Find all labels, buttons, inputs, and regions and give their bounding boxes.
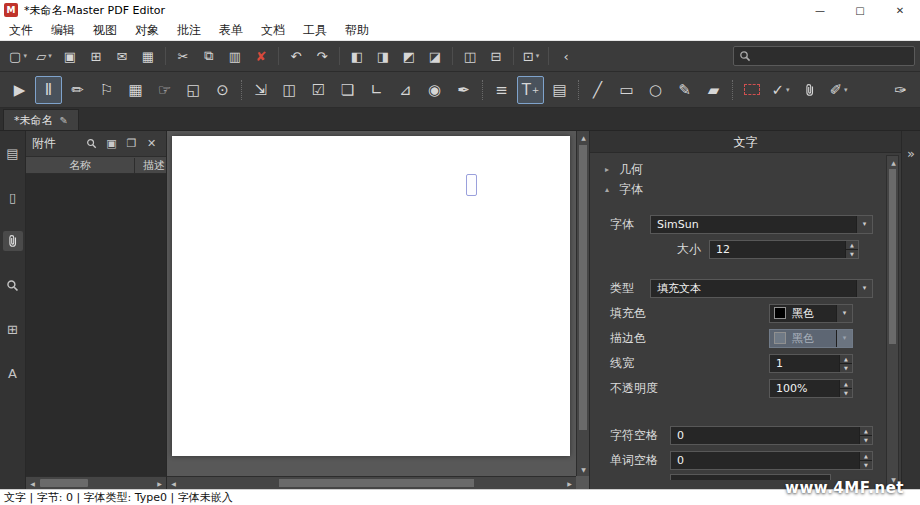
pages-panel-button[interactable]: ▤ — [3, 143, 23, 163]
opacity-spinner[interactable]: 100% ▲▼ — [769, 379, 853, 398]
canvas-horizontal-scrollbar[interactable]: ◀ ▶ — [167, 476, 576, 489]
scroll-down-icon[interactable]: ▼ — [577, 463, 589, 476]
scroll-up-icon[interactable]: ▲ — [887, 156, 900, 169]
save-all-button[interactable]: ⊞ — [84, 44, 108, 68]
menu-file[interactable]: 文件 — [0, 20, 42, 41]
spin-down-icon[interactable]: ▼ — [860, 436, 872, 444]
scroll-right-icon[interactable]: ▶ — [153, 477, 166, 490]
close-button[interactable]: ✕ — [880, 0, 920, 20]
section-geometry[interactable]: ▸ 几何 — [602, 159, 873, 179]
attachments-list[interactable] — [26, 174, 166, 476]
menu-view[interactable]: 视图 — [84, 20, 126, 41]
spin-down-icon[interactable]: ▼ — [860, 461, 872, 469]
select-tool-button[interactable]: ▶ — [6, 76, 33, 104]
menu-document[interactable]: 文档 — [252, 20, 294, 41]
fill-color-select[interactable]: 黑色 ▾ — [769, 304, 853, 323]
scroll-right-icon[interactable]: ▶ — [563, 477, 576, 490]
align-bottom-button[interactable]: ◪ — [423, 44, 447, 68]
spin-up-icon[interactable]: ▲ — [840, 380, 852, 389]
eraser-tool-button[interactable]: ▰ — [700, 76, 727, 104]
distribute-horizontal-button[interactable]: ◫ — [458, 44, 482, 68]
word-spacing-spinner[interactable]: 0 ▲▼ — [670, 451, 873, 470]
snapshot-tool-button[interactable]: ⊙ — [209, 76, 236, 104]
scrollbar-thumb[interactable] — [889, 169, 896, 344]
select-area-tool-button[interactable]: ⚐ — [93, 76, 120, 104]
panel-collapse-button[interactable]: » — [902, 143, 920, 163]
menu-forms[interactable]: 表单 — [210, 20, 252, 41]
open-file-button[interactable]: ▱▾ — [32, 44, 56, 68]
add-image-tool-button[interactable]: ▤ — [546, 76, 573, 104]
edit-forms-tool-button[interactable]: ▦ — [122, 76, 149, 104]
document-canvas[interactable]: ▲ ▼ ◀ ▶ — [167, 131, 589, 489]
layers-panel-button[interactable]: ⊞ — [3, 319, 23, 339]
brush-tool-button[interactable]: ✑ — [887, 76, 914, 104]
document-tab[interactable]: *未命名 ✎ — [3, 109, 79, 130]
measure-tool-button[interactable]: ⊿ — [392, 76, 419, 104]
line-sort-tool-button[interactable]: ≡ — [488, 76, 515, 104]
spin-down-icon[interactable]: ▼ — [840, 389, 852, 397]
scrollbar-thumb[interactable] — [279, 479, 474, 487]
search-input[interactable] — [755, 50, 909, 63]
save-attachment-button[interactable]: ▣ — [103, 135, 120, 152]
search-panel-button[interactable] — [3, 275, 23, 295]
properties-scrollbar[interactable]: ▲ ▼ — [886, 155, 899, 487]
signature-tool-button[interactable]: ✒ — [450, 76, 477, 104]
add-text-tool-button[interactable]: T+ — [517, 76, 544, 104]
spin-down-icon[interactable]: ▼ — [840, 364, 852, 372]
paste-button[interactable]: ▥ — [223, 44, 247, 68]
text-insert-cursor[interactable] — [466, 174, 477, 196]
scroll-left-icon[interactable]: ◀ — [167, 477, 180, 490]
new-document-button[interactable]: ▢▾ — [6, 44, 30, 68]
chevron-down-icon[interactable]: ▾ — [856, 216, 872, 233]
delete-button[interactable]: ✘ — [249, 44, 273, 68]
spin-up-icon[interactable]: ▲ — [846, 241, 858, 250]
open-attachment-button[interactable]: ❐ — [123, 135, 140, 152]
align-left-button[interactable]: ◧ — [345, 44, 369, 68]
edit-object-tool-button[interactable]: ✏ — [64, 76, 91, 104]
attachments-horizontal-scrollbar[interactable]: ◀ ▶ — [26, 476, 166, 489]
check-annotation-tool-button[interactable]: ✓▾ — [767, 76, 794, 104]
line-width-spinner[interactable]: 1 ▲▼ — [769, 354, 853, 373]
attachments-panel-button[interactable] — [3, 231, 23, 251]
menu-object[interactable]: 对象 — [126, 20, 168, 41]
spin-down-icon[interactable]: ▼ — [846, 250, 858, 258]
link-tool-button[interactable]: ⇲ — [247, 76, 274, 104]
menu-annotation[interactable]: 批注 — [168, 20, 210, 41]
pdf-page[interactable] — [172, 136, 570, 456]
title-bar[interactable]: M *未命名-Master PDF Editor — □ ✕ — [0, 0, 920, 20]
align-right-button[interactable]: ◨ — [371, 44, 395, 68]
undo-button[interactable]: ↶ — [284, 44, 308, 68]
copy-button[interactable]: ⧉ — [197, 44, 221, 68]
note-tool-button[interactable]: ❏ — [334, 76, 361, 104]
menu-tools[interactable]: 工具 — [294, 20, 336, 41]
navigate-back-button[interactable]: ‹ — [554, 44, 578, 68]
search-attachment-button[interactable] — [83, 135, 100, 152]
font-size-spinner[interactable]: 12 ▲▼ — [709, 240, 859, 259]
cut-button[interactable]: ✂ — [171, 44, 195, 68]
rectangle-tool-button[interactable]: ▭ — [613, 76, 640, 104]
attach-file-tool-button[interactable] — [796, 76, 823, 104]
scrollbar-thumb[interactable] — [579, 145, 587, 430]
chevron-down-icon[interactable]: ▾ — [836, 305, 852, 322]
align-top-button[interactable]: ◩ — [397, 44, 421, 68]
spin-up-icon[interactable]: ▲ — [840, 355, 852, 364]
font-family-select[interactable]: SimSun ▾ — [650, 215, 873, 234]
fit-page-button[interactable]: ⊡▾ — [519, 44, 543, 68]
crop-tool-button[interactable]: ◱ — [180, 76, 207, 104]
print-button[interactable]: ▦ — [136, 44, 160, 68]
canvas-vertical-scrollbar[interactable]: ▲ ▼ — [576, 131, 589, 476]
ruler-tool-button[interactable]: ∟ — [363, 76, 390, 104]
line-tool-button[interactable]: ╱ — [584, 76, 611, 104]
menu-edit[interactable]: 编辑 — [42, 20, 84, 41]
chevron-down-icon[interactable]: ▾ — [856, 280, 872, 297]
record-tool-button[interactable]: ◉ — [421, 76, 448, 104]
pencil-tool-button[interactable]: ✎ — [671, 76, 698, 104]
minimize-button[interactable]: — — [800, 0, 840, 20]
hand-tool-button[interactable]: ☞ — [151, 76, 178, 104]
ellipse-tool-button[interactable]: ○ — [642, 76, 669, 104]
column-header-description[interactable]: 描述 — [134, 158, 166, 173]
scroll-left-icon[interactable]: ◀ — [26, 477, 39, 490]
spin-up-icon[interactable]: ▲ — [860, 427, 872, 436]
scrollbar-thumb[interactable] — [40, 479, 88, 487]
save-button[interactable]: ▣ — [58, 44, 82, 68]
